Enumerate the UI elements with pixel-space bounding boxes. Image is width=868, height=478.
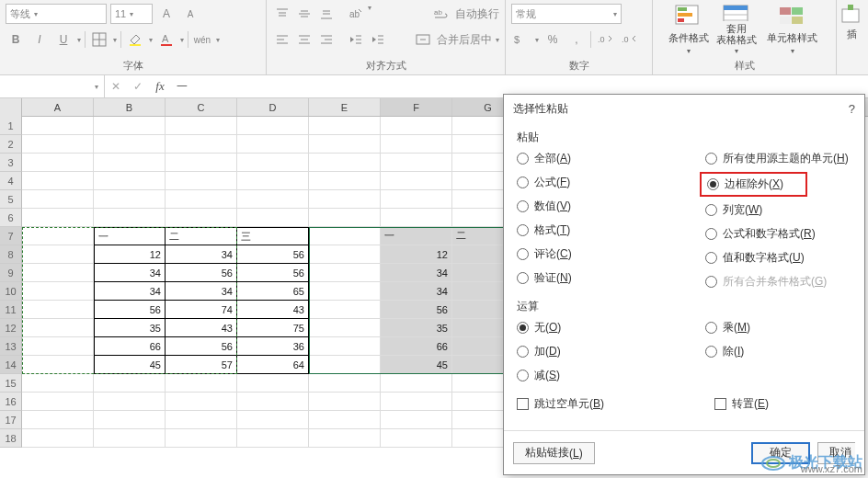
cell[interactable] — [381, 154, 452, 172]
percent-button[interactable]: % — [542, 29, 563, 50]
row-header[interactable]: 17 — [0, 411, 22, 429]
cell[interactable] — [94, 374, 166, 393]
cell[interactable] — [237, 190, 309, 209]
font-size-combo[interactable]: 11 ▾ — [110, 4, 153, 24]
column-header[interactable]: A — [22, 98, 94, 116]
row-header[interactable]: 2 — [0, 135, 22, 154]
cell[interactable] — [94, 135, 166, 154]
cell[interactable] — [22, 282, 94, 301]
underline-button[interactable]: U — [53, 29, 74, 50]
paste-link-button[interactable]: 粘贴链接(L) — [513, 442, 595, 464]
chevron-down-icon[interactable]: ▾ — [368, 4, 371, 24]
cell[interactable]: 75 — [237, 319, 309, 337]
cell-styles-button[interactable]: 单元格样式 ▾ — [762, 2, 823, 57]
fx-button[interactable]: fx — [149, 75, 171, 98]
cell[interactable] — [309, 337, 381, 356]
wrap-text-button[interactable]: ab — [431, 4, 451, 24]
cell[interactable] — [309, 190, 381, 209]
cell[interactable] — [22, 264, 94, 282]
column-header[interactable]: E — [309, 98, 381, 116]
chevron-down-icon[interactable]: ▾ — [180, 36, 184, 44]
row-header[interactable]: 10 — [0, 282, 22, 301]
cell[interactable] — [166, 190, 237, 209]
paste-option-radio[interactable]: 验证(N) — [517, 270, 705, 286]
cell[interactable] — [237, 172, 309, 190]
cell[interactable] — [94, 393, 166, 411]
cell[interactable] — [237, 429, 309, 448]
cell[interactable]: 二 — [166, 227, 237, 245]
column-header[interactable]: C — [166, 98, 237, 116]
decrease-indent-button[interactable] — [346, 29, 366, 50]
paste-option-radio[interactable]: 公式(F) — [517, 175, 705, 190]
cell[interactable] — [381, 117, 452, 135]
help-button[interactable]: ? — [849, 102, 855, 116]
cell[interactable] — [166, 209, 237, 227]
cell[interactable] — [309, 227, 381, 245]
bold-button[interactable]: B — [6, 29, 26, 50]
conditional-format-button[interactable]: 条件格式 ▾ — [667, 2, 711, 57]
cell[interactable] — [381, 209, 452, 227]
cell[interactable]: 34 — [166, 282, 237, 301]
chevron-down-icon[interactable]: ▾ — [496, 36, 499, 44]
number-format-combo[interactable]: 常规 ▾ — [511, 4, 622, 24]
row-header[interactable]: 16 — [0, 393, 22, 411]
cell[interactable] — [22, 172, 94, 190]
row-header[interactable]: 12 — [0, 319, 22, 337]
align-left-button[interactable] — [272, 29, 292, 50]
insert-cells-button[interactable]: 插 — [838, 2, 865, 43]
cell[interactable] — [309, 135, 381, 154]
row-header[interactable]: 14 — [0, 356, 22, 374]
cell[interactable] — [309, 172, 381, 190]
row-header[interactable]: 4 — [0, 172, 22, 190]
cell[interactable] — [22, 209, 94, 227]
row-header[interactable]: 11 — [0, 301, 22, 319]
cell[interactable] — [309, 319, 381, 337]
cell[interactable] — [94, 117, 166, 135]
cell[interactable]: 56 — [381, 301, 452, 319]
paste-option-radio[interactable]: 所有使用源主题的单元(H) — [705, 151, 851, 166]
cell[interactable]: 三 — [237, 227, 309, 245]
align-middle-button[interactable] — [294, 4, 314, 24]
cell[interactable] — [309, 264, 381, 282]
cell[interactable]: 56 — [166, 264, 237, 282]
cell[interactable]: 74 — [166, 301, 237, 319]
cell[interactable] — [237, 135, 309, 154]
dialog-title-bar[interactable]: 选择性粘贴 ? — [504, 95, 864, 122]
cell[interactable] — [22, 356, 94, 374]
paste-option-radio[interactable]: 列宽(W) — [705, 202, 851, 218]
row-header[interactable]: 18 — [0, 429, 22, 448]
increase-indent-button[interactable] — [368, 29, 388, 50]
cancel-formula-button[interactable]: ✕ — [105, 75, 127, 98]
cell[interactable] — [166, 154, 237, 172]
cell[interactable] — [22, 393, 94, 411]
cell[interactable] — [237, 374, 309, 393]
cell[interactable] — [381, 190, 452, 209]
chevron-down-icon[interactable]: ▾ — [149, 36, 153, 44]
cell[interactable]: 45 — [94, 356, 166, 374]
cell[interactable] — [381, 411, 452, 429]
cell[interactable] — [381, 393, 452, 411]
row-header[interactable]: 3 — [0, 154, 22, 172]
cell[interactable]: 一 — [94, 227, 166, 245]
paste-option-radio[interactable]: 数值(V) — [517, 199, 705, 214]
chevron-down-icon[interactable]: ▾ — [77, 36, 81, 44]
cell[interactable]: 12 — [94, 245, 166, 264]
paste-option-radio[interactable]: 评论(C) — [517, 246, 705, 262]
operation-option-radio[interactable]: 加(D) — [517, 344, 705, 359]
cell[interactable] — [22, 154, 94, 172]
cell[interactable] — [237, 154, 309, 172]
align-center-button[interactable] — [294, 29, 314, 50]
increase-decimal-button[interactable]: .0 — [595, 29, 615, 50]
cell[interactable] — [309, 411, 381, 429]
fill-color-button[interactable] — [125, 29, 145, 50]
cell[interactable] — [94, 411, 166, 429]
paste-option-radio[interactable]: 值和数字格式(U) — [705, 250, 851, 266]
cell[interactable] — [166, 393, 237, 411]
column-header[interactable]: B — [94, 98, 166, 116]
operation-option-radio[interactable]: 乘(M) — [705, 320, 851, 336]
cell[interactable]: 56 — [166, 337, 237, 356]
cell[interactable] — [237, 393, 309, 411]
cell[interactable]: 56 — [237, 264, 309, 282]
row-header[interactable]: 7 — [0, 227, 22, 245]
cell[interactable] — [22, 429, 94, 448]
